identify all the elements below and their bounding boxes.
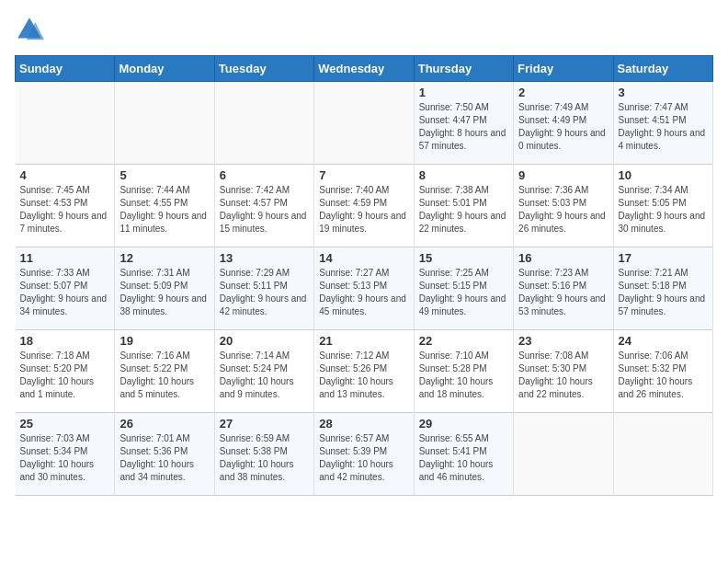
- calendar-cell: 20Sunrise: 7:14 AM Sunset: 5:24 PM Dayli…: [214, 330, 313, 413]
- calendar-cell: 28Sunrise: 6:57 AM Sunset: 5:39 PM Dayli…: [314, 413, 414, 496]
- day-info: Sunrise: 7:18 AM Sunset: 5:20 PM Dayligh…: [20, 350, 110, 401]
- calendar-header: SundayMondayTuesdayWednesdayThursdayFrid…: [16, 56, 713, 82]
- day-info: Sunrise: 7:23 AM Sunset: 5:16 PM Dayligh…: [518, 267, 608, 318]
- day-info: Sunrise: 7:27 AM Sunset: 5:13 PM Dayligh…: [319, 267, 408, 318]
- header-day-monday: Monday: [115, 56, 214, 82]
- day-info: Sunrise: 7:49 AM Sunset: 4:49 PM Dayligh…: [518, 101, 608, 153]
- day-info: Sunrise: 7:42 AM Sunset: 4:57 PM Dayligh…: [220, 184, 309, 236]
- calendar-cell: 23Sunrise: 7:08 AM Sunset: 5:30 PM Dayli…: [514, 330, 613, 413]
- day-number: 11: [20, 251, 110, 265]
- day-info: Sunrise: 7:10 AM Sunset: 5:28 PM Dayligh…: [419, 350, 508, 401]
- day-info: Sunrise: 7:29 AM Sunset: 5:11 PM Dayligh…: [220, 267, 309, 318]
- week-row-5: 25Sunrise: 7:03 AM Sunset: 5:34 PM Dayli…: [16, 413, 713, 496]
- logo-icon: [15, 15, 44, 44]
- calendar-cell: 15Sunrise: 7:25 AM Sunset: 5:15 PM Dayli…: [414, 247, 513, 330]
- calendar-cell: 6Sunrise: 7:42 AM Sunset: 4:57 PM Daylig…: [214, 165, 313, 247]
- calendar-cell: 19Sunrise: 7:16 AM Sunset: 5:22 PM Dayli…: [115, 330, 214, 413]
- calendar-cell: [214, 82, 313, 165]
- day-info: Sunrise: 7:01 AM Sunset: 5:36 PM Dayligh…: [119, 432, 209, 484]
- day-number: 14: [319, 251, 408, 265]
- day-number: 21: [319, 334, 408, 348]
- calendar-cell: 10Sunrise: 7:34 AM Sunset: 5:05 PM Dayli…: [613, 165, 712, 247]
- day-number: 3: [619, 86, 708, 99]
- calendar-cell: 21Sunrise: 7:12 AM Sunset: 5:26 PM Dayli…: [314, 330, 414, 413]
- calendar-cell: 11Sunrise: 7:33 AM Sunset: 5:07 PM Dayli…: [16, 247, 115, 330]
- calendar-cell: 29Sunrise: 6:55 AM Sunset: 5:41 PM Dayli…: [414, 413, 513, 496]
- day-info: Sunrise: 7:38 AM Sunset: 5:01 PM Dayligh…: [419, 184, 508, 236]
- header-day-wednesday: Wednesday: [314, 56, 414, 82]
- day-number: 26: [119, 417, 209, 431]
- calendar-cell: 7Sunrise: 7:40 AM Sunset: 4:59 PM Daylig…: [314, 165, 414, 247]
- day-info: Sunrise: 7:06 AM Sunset: 5:32 PM Dayligh…: [619, 350, 708, 401]
- day-number: 16: [518, 251, 608, 265]
- day-number: 10: [619, 168, 708, 182]
- week-row-3: 11Sunrise: 7:33 AM Sunset: 5:07 PM Dayli…: [16, 247, 713, 330]
- day-info: Sunrise: 7:36 AM Sunset: 5:03 PM Dayligh…: [518, 184, 608, 236]
- day-number: 19: [119, 334, 209, 348]
- day-info: Sunrise: 7:45 AM Sunset: 4:53 PM Dayligh…: [20, 184, 110, 236]
- day-number: 29: [419, 417, 508, 431]
- header-day-sunday: Sunday: [16, 56, 115, 82]
- calendar-cell: [115, 82, 214, 165]
- calendar-cell: 1Sunrise: 7:50 AM Sunset: 4:47 PM Daylig…: [414, 82, 513, 165]
- day-number: 23: [518, 334, 608, 348]
- day-info: Sunrise: 6:55 AM Sunset: 5:41 PM Dayligh…: [419, 432, 508, 484]
- calendar-cell: 16Sunrise: 7:23 AM Sunset: 5:16 PM Dayli…: [514, 247, 613, 330]
- day-number: 15: [419, 251, 508, 265]
- header-day-friday: Friday: [514, 56, 613, 82]
- calendar-body: 1Sunrise: 7:50 AM Sunset: 4:47 PM Daylig…: [16, 82, 713, 496]
- calendar-cell: 12Sunrise: 7:31 AM Sunset: 5:09 PM Dayli…: [115, 247, 214, 330]
- day-info: Sunrise: 7:50 AM Sunset: 4:47 PM Dayligh…: [419, 101, 508, 153]
- calendar-cell: 27Sunrise: 6:59 AM Sunset: 5:38 PM Dayli…: [214, 413, 313, 496]
- calendar-cell: 4Sunrise: 7:45 AM Sunset: 4:53 PM Daylig…: [16, 165, 115, 247]
- day-number: 27: [220, 417, 309, 431]
- header-day-tuesday: Tuesday: [214, 56, 313, 82]
- day-info: Sunrise: 7:03 AM Sunset: 5:34 PM Dayligh…: [20, 432, 110, 484]
- calendar-cell: 22Sunrise: 7:10 AM Sunset: 5:28 PM Dayli…: [414, 330, 513, 413]
- calendar-cell: 5Sunrise: 7:44 AM Sunset: 4:55 PM Daylig…: [115, 165, 214, 247]
- calendar-cell: 25Sunrise: 7:03 AM Sunset: 5:34 PM Dayli…: [16, 413, 115, 496]
- calendar-cell: 8Sunrise: 7:38 AM Sunset: 5:01 PM Daylig…: [414, 165, 513, 247]
- calendar-cell: 18Sunrise: 7:18 AM Sunset: 5:20 PM Dayli…: [16, 330, 115, 413]
- calendar-cell: 2Sunrise: 7:49 AM Sunset: 4:49 PM Daylig…: [514, 82, 613, 165]
- header-day-saturday: Saturday: [613, 56, 712, 82]
- day-number: 1: [419, 86, 508, 99]
- day-info: Sunrise: 7:44 AM Sunset: 4:55 PM Dayligh…: [119, 184, 209, 236]
- day-number: 13: [220, 251, 309, 265]
- day-number: 17: [619, 251, 708, 265]
- day-number: 9: [518, 168, 608, 182]
- week-row-1: 1Sunrise: 7:50 AM Sunset: 4:47 PM Daylig…: [16, 82, 713, 165]
- day-info: Sunrise: 7:40 AM Sunset: 4:59 PM Dayligh…: [319, 184, 408, 236]
- logo: [15, 15, 48, 44]
- day-info: Sunrise: 7:14 AM Sunset: 5:24 PM Dayligh…: [220, 350, 309, 401]
- calendar-cell: [514, 413, 613, 496]
- day-number: 25: [20, 417, 110, 431]
- calendar-cell: 3Sunrise: 7:47 AM Sunset: 4:51 PM Daylig…: [613, 82, 712, 165]
- day-number: 22: [419, 334, 508, 348]
- week-row-2: 4Sunrise: 7:45 AM Sunset: 4:53 PM Daylig…: [16, 165, 713, 247]
- day-number: 2: [518, 86, 608, 99]
- day-info: Sunrise: 7:34 AM Sunset: 5:05 PM Dayligh…: [619, 184, 708, 236]
- day-number: 20: [220, 334, 309, 348]
- calendar-table: SundayMondayTuesdayWednesdayThursdayFrid…: [15, 55, 713, 496]
- calendar-cell: 17Sunrise: 7:21 AM Sunset: 5:18 PM Dayli…: [613, 247, 712, 330]
- calendar-cell: 26Sunrise: 7:01 AM Sunset: 5:36 PM Dayli…: [115, 413, 214, 496]
- day-number: 18: [20, 334, 110, 348]
- header: [15, 15, 713, 44]
- header-row: SundayMondayTuesdayWednesdayThursdayFrid…: [16, 56, 713, 82]
- day-info: Sunrise: 7:33 AM Sunset: 5:07 PM Dayligh…: [20, 267, 110, 318]
- day-info: Sunrise: 7:31 AM Sunset: 5:09 PM Dayligh…: [119, 267, 209, 318]
- day-info: Sunrise: 7:47 AM Sunset: 4:51 PM Dayligh…: [619, 101, 708, 153]
- day-info: Sunrise: 7:12 AM Sunset: 5:26 PM Dayligh…: [319, 350, 408, 401]
- day-info: Sunrise: 6:57 AM Sunset: 5:39 PM Dayligh…: [319, 432, 408, 484]
- day-number: 12: [119, 251, 209, 265]
- day-info: Sunrise: 6:59 AM Sunset: 5:38 PM Dayligh…: [220, 432, 309, 484]
- calendar-cell: 13Sunrise: 7:29 AM Sunset: 5:11 PM Dayli…: [214, 247, 313, 330]
- calendar-cell: [613, 413, 712, 496]
- day-number: 28: [319, 417, 408, 431]
- day-info: Sunrise: 7:21 AM Sunset: 5:18 PM Dayligh…: [619, 267, 708, 318]
- day-number: 4: [20, 168, 110, 182]
- day-info: Sunrise: 7:25 AM Sunset: 5:15 PM Dayligh…: [419, 267, 508, 318]
- week-row-4: 18Sunrise: 7:18 AM Sunset: 5:20 PM Dayli…: [16, 330, 713, 413]
- calendar-cell: [16, 82, 115, 165]
